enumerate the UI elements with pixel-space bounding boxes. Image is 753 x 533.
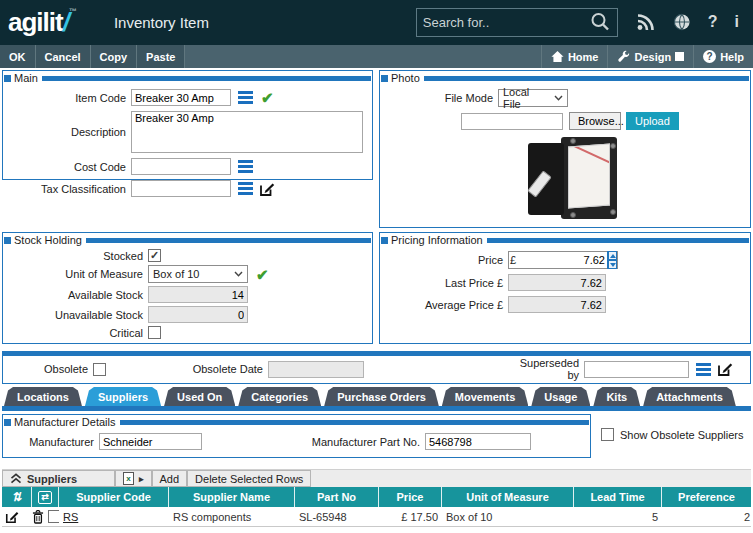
unavailable-stock-value bbox=[148, 306, 248, 323]
export-excel-button[interactable]: x ▸ bbox=[115, 470, 152, 487]
tax-classification-input[interactable] bbox=[131, 180, 231, 197]
last-price-value bbox=[508, 274, 606, 291]
rss-icon[interactable] bbox=[636, 13, 656, 31]
tab-kits[interactable]: Kits bbox=[593, 387, 640, 406]
help-circle-icon: ? bbox=[703, 50, 716, 63]
column-header-price[interactable]: Price bbox=[379, 487, 442, 507]
tab-attachments[interactable]: Attachments bbox=[643, 387, 736, 406]
description-textarea[interactable]: Breaker 30 Amp bbox=[131, 111, 363, 153]
panel-square-icon bbox=[381, 237, 388, 244]
cost-code-input[interactable] bbox=[131, 158, 231, 175]
tab-used-on[interactable]: Used On bbox=[164, 387, 235, 406]
table-row: RS RS components SL-65948 £ 17.50 Box of… bbox=[2, 507, 751, 527]
file-path-input[interactable] bbox=[461, 113, 563, 130]
panel-bar bbox=[42, 76, 371, 81]
manufacturer-input[interactable] bbox=[99, 433, 202, 450]
chevron-down-icon bbox=[554, 95, 563, 101]
home-button[interactable]: Home bbox=[541, 45, 608, 68]
refresh-icon[interactable]: ⇄ bbox=[32, 487, 59, 507]
detail-tabs: Locations Suppliers Used On Categories P… bbox=[4, 387, 751, 406]
browse-button[interactable]: Browse... bbox=[569, 112, 621, 130]
uom-select[interactable]: Box of 10 bbox=[148, 265, 248, 283]
cost-code-label: Cost Code bbox=[3, 161, 131, 173]
show-obsolete-suppliers-checkbox[interactable] bbox=[601, 428, 614, 441]
item-code-input[interactable] bbox=[131, 89, 231, 106]
stocked-checkbox[interactable] bbox=[148, 249, 161, 262]
collapse-icon[interactable] bbox=[10, 473, 22, 484]
price-cell: £ 17.50 bbox=[379, 511, 442, 523]
tab-suppliers[interactable]: Suppliers bbox=[85, 387, 161, 406]
search-input[interactable] bbox=[423, 15, 589, 30]
suppliers-grid-header: ⇅ ⇄ Supplier Code Supplier Name Part No … bbox=[2, 487, 751, 507]
superseded-edit-icon[interactable] bbox=[717, 361, 733, 377]
manufacturer-part-no-input[interactable] bbox=[425, 433, 531, 450]
row-delete-icon[interactable] bbox=[32, 510, 44, 524]
column-header-supplier-code[interactable]: Supplier Code bbox=[59, 487, 169, 507]
column-header-preference[interactable]: Preference bbox=[662, 487, 751, 507]
row-edit-icon[interactable] bbox=[5, 510, 19, 524]
upload-button[interactable]: Upload bbox=[626, 112, 679, 130]
price-input[interactable] bbox=[518, 254, 605, 266]
excel-icon: x bbox=[123, 472, 134, 485]
price-label: Price bbox=[380, 254, 508, 266]
show-obsolete-suppliers-label: Show Obsolete Suppliers bbox=[620, 429, 744, 441]
tab-movements[interactable]: Movements bbox=[442, 387, 529, 406]
critical-label: Critical bbox=[3, 327, 148, 339]
panel-bar bbox=[86, 238, 371, 243]
sort-icon[interactable]: ⇅ bbox=[2, 487, 32, 507]
add-row-button[interactable]: Add bbox=[152, 470, 188, 487]
globe-icon[interactable] bbox=[673, 13, 691, 31]
column-header-part-no[interactable]: Part No bbox=[295, 487, 379, 507]
superseded-lookup-icon[interactable] bbox=[696, 363, 711, 376]
copy-button[interactable]: Copy bbox=[91, 45, 138, 68]
tab-usage[interactable]: Usage bbox=[531, 387, 590, 406]
row-select-checkbox[interactable] bbox=[48, 510, 59, 523]
design-button[interactable]: Design bbox=[607, 45, 693, 68]
chevron-down-icon bbox=[234, 271, 243, 277]
photo-panel: Photo File Mode Local File Browse... Upl… bbox=[379, 70, 751, 228]
cancel-button[interactable]: Cancel bbox=[36, 45, 91, 68]
info-icon[interactable]: i bbox=[735, 14, 739, 30]
unavailable-stock-label: Unavailable Stock bbox=[3, 309, 148, 321]
spinner-up-icon bbox=[608, 251, 617, 260]
layout-icon bbox=[675, 52, 684, 61]
tab-locations[interactable]: Locations bbox=[4, 387, 82, 406]
item-code-lookup-icon[interactable] bbox=[238, 91, 253, 104]
superseded-by-label: Superseded by bbox=[509, 357, 584, 381]
critical-checkbox[interactable] bbox=[148, 326, 161, 339]
paste-button[interactable]: Paste bbox=[137, 45, 185, 68]
tab-underline-bar bbox=[2, 406, 751, 411]
column-header-unit-of-measure[interactable]: Unit of Measure bbox=[442, 487, 574, 507]
spinner-down-icon bbox=[608, 260, 617, 269]
obsolete-checkbox[interactable] bbox=[93, 363, 106, 376]
tax-lookup-icon[interactable] bbox=[238, 182, 253, 195]
panel-square-icon bbox=[381, 75, 388, 82]
delete-selected-rows-button[interactable]: Delete Selected Rows bbox=[187, 470, 311, 487]
ok-button[interactable]: OK bbox=[0, 45, 36, 68]
panel-square-icon bbox=[4, 419, 11, 426]
manufacturer-label: Manufacturer bbox=[3, 436, 99, 448]
tax-classification-label: Tax Classification bbox=[3, 183, 131, 195]
tab-purchase-orders[interactable]: Purchase Orders bbox=[324, 387, 439, 406]
price-spinner[interactable] bbox=[607, 251, 617, 269]
panel-square-icon bbox=[4, 75, 11, 82]
search-icon[interactable] bbox=[589, 11, 611, 33]
panel-bar bbox=[424, 76, 749, 81]
superseded-by-input[interactable] bbox=[584, 361, 689, 378]
description-label: Description bbox=[3, 126, 131, 138]
panel-square-icon bbox=[4, 237, 11, 244]
column-header-lead-time[interactable]: Lead Time bbox=[574, 487, 662, 507]
cost-code-lookup-icon[interactable] bbox=[238, 160, 253, 173]
tab-categories[interactable]: Categories bbox=[238, 387, 321, 406]
toolbar-help-button[interactable]: ? Help bbox=[693, 45, 753, 68]
tax-edit-icon[interactable] bbox=[259, 181, 275, 197]
help-icon[interactable]: ? bbox=[708, 14, 718, 30]
available-stock-label: Available Stock bbox=[3, 289, 148, 301]
price-field: £ bbox=[508, 251, 618, 269]
supplier-code-link[interactable]: RS bbox=[63, 511, 78, 523]
panel-bar bbox=[487, 238, 749, 243]
manufacturer-panel: Manufacturer Details Manufacturer Manufa… bbox=[2, 414, 591, 458]
file-mode-select[interactable]: Local File bbox=[498, 89, 568, 107]
part-no-cell: SL-65948 bbox=[295, 511, 379, 523]
column-header-supplier-name[interactable]: Supplier Name bbox=[169, 487, 295, 507]
